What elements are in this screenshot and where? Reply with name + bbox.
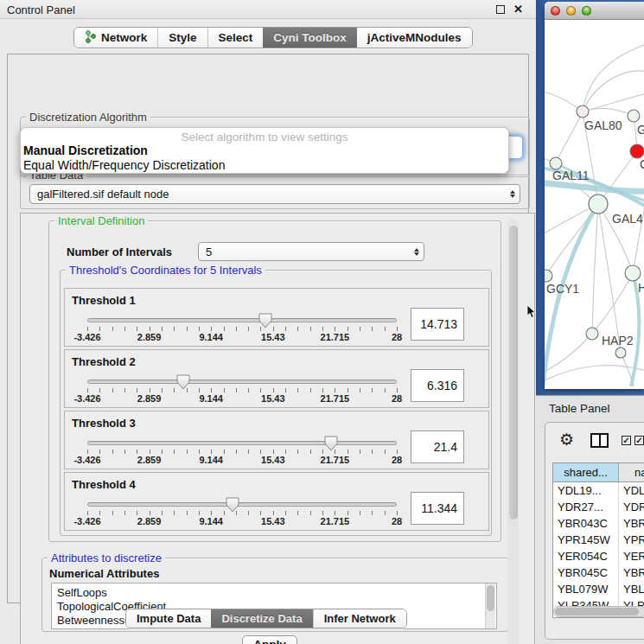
threshold-slider[interactable]: [87, 379, 397, 384]
number-of-intervals-combobox[interactable]: 5: [198, 242, 424, 261]
network-node[interactable]: [577, 105, 589, 118]
table-data-combobox[interactable]: galFiltered.sif default node: [29, 184, 520, 204]
threshold-slider[interactable]: [87, 502, 397, 507]
network-node-label: GCY1: [546, 282, 579, 296]
desktop-background: GAL80GACGAL11GAL4GCY1HHAP2 Table Panel ⚙…: [536, 0, 644, 644]
network-node[interactable]: [630, 144, 644, 158]
cyni-bottom-tabbar: Impute Data Discretize Data Infer Networ…: [125, 609, 407, 628]
network-node[interactable]: [615, 348, 626, 358]
network-edge[interactable]: [556, 112, 583, 163]
network-window-titlebar: [545, 2, 644, 20]
slider-tick-label: 28: [392, 516, 402, 526]
thresholds-group: Threshold's Coordinates for 5 Intervals …: [60, 270, 492, 536]
network-node[interactable]: [628, 110, 640, 122]
network-node-label: GAL11: [552, 169, 590, 182]
tab-discretize-data[interactable]: Discretize Data: [211, 609, 312, 628]
slider-tick-label: 9.144: [199, 455, 223, 465]
network-node-label: H: [638, 281, 644, 295]
zoom-traffic-light-icon[interactable]: [582, 6, 591, 16]
control-panel-titlebar: Control Panel ✕: [0, 0, 536, 19]
table-horizontal-scrollbar[interactable]: [553, 606, 644, 617]
threshold-panel-1: Threshold 1-3.4262.8599.14415.4321.71528…: [64, 288, 489, 347]
float-window-icon[interactable]: [496, 5, 505, 14]
attribute-list-item[interactable]: SelfLoops: [57, 586, 496, 600]
threshold-label: Threshold 1: [72, 294, 136, 307]
column-header-shared-name[interactable]: shared...: [553, 463, 619, 481]
close-icon[interactable]: ✕: [513, 3, 523, 16]
network-view-window: GAL80GACGAL11GAL4GCY1HHAP2: [545, 2, 644, 389]
node-attribute-table[interactable]: shared... name YDL19...YDL19...YDR27...Y…: [552, 462, 644, 618]
slider-tick-label: 9.144: [199, 516, 223, 526]
network-edge[interactable]: [545, 334, 592, 374]
slider-tick-label: 9.144: [199, 393, 223, 404]
algorithm-option-manual[interactable]: Manual Discretization: [21, 143, 508, 157]
select-columns-icon[interactable]: ✓: [622, 436, 631, 445]
network-graph: GAL80GACGAL11GAL4GCY1HHAP2: [545, 20, 644, 386]
threshold-value-field[interactable]: 14.713: [411, 308, 464, 341]
slider-tick-label: 21.715: [321, 455, 350, 465]
network-edge[interactable]: [598, 204, 621, 353]
threshold-slider[interactable]: [87, 441, 397, 445]
threshold-value-field[interactable]: 6.316: [411, 369, 464, 402]
slider-tick-label: 9.144: [199, 332, 223, 342]
table-data-group: Table Data galFiltered.sif default node: [20, 175, 530, 209]
gear-icon[interactable]: ⚙: [559, 431, 574, 448]
network-canvas[interactable]: GAL80GACGAL11GAL4GCY1HHAP2: [545, 20, 644, 386]
table-row[interactable]: YBR043CYBR043C: [553, 515, 644, 532]
threshold-value-field[interactable]: 11.344: [411, 492, 464, 525]
algorithm-dropdown-popup: Select algorithm to view settings Manual…: [20, 127, 509, 174]
control-panel-tabbar: Network Style Select Cyni Toolbox jActiv…: [73, 27, 473, 48]
threshold-slider[interactable]: [87, 318, 397, 322]
tab-cyni-toolbox[interactable]: Cyni Toolbox: [263, 28, 357, 48]
table-row[interactable]: YPR145WYPR145W: [553, 532, 644, 548]
cyni-toolbox-content: Discretization Algorithm Select algorith…: [7, 54, 529, 603]
slider-tick-label: 2.859: [137, 516, 162, 526]
tab-infer-network[interactable]: Infer Network: [313, 609, 406, 628]
network-edge[interactable]: [583, 108, 634, 116]
combobox-arrows-icon: [510, 185, 515, 203]
number-of-intervals-label: Number of Intervals: [67, 245, 172, 258]
threshold-label: Threshold 3: [72, 417, 136, 430]
network-edge[interactable]: [545, 366, 644, 383]
network-edge[interactable]: [583, 71, 644, 112]
table-row[interactable]: YDR27...YDR27...: [553, 499, 644, 515]
slider-tick-label: -3.426: [73, 516, 100, 526]
tab-style[interactable]: Style: [157, 28, 207, 48]
tab-select[interactable]: Select: [207, 28, 264, 48]
tab-jactivemnodules[interactable]: jActiveMNodules: [357, 28, 472, 48]
network-node[interactable]: [589, 194, 608, 214]
slider-tick-label: 15.43: [261, 332, 285, 342]
threshold-panel-3: Threshold 3-3.4262.8599.14415.4321.71528…: [64, 411, 489, 469]
select-all-columns-icon[interactable]: ✓: [634, 436, 644, 445]
algorithm-option-equal-width[interactable]: Equal Width/Frequency Discretization: [21, 157, 508, 172]
network-node[interactable]: [625, 265, 641, 281]
network-node[interactable]: [550, 157, 562, 169]
attributes-list-scrollbar[interactable]: [485, 583, 495, 628]
attributes-group-title: Attributes to discretize: [48, 552, 165, 564]
combobox-arrows-icon: [414, 243, 419, 260]
table-row[interactable]: YER054CYER054C: [553, 548, 644, 564]
slider-tick-label: 21.715: [321, 516, 350, 526]
network-node[interactable]: [545, 270, 552, 282]
table-row[interactable]: YBR045CYBR045C: [553, 564, 644, 581]
tab-impute-data[interactable]: Impute Data: [126, 609, 211, 628]
network-edge[interactable]: [592, 273, 633, 334]
apply-button[interactable]: Apply: [242, 635, 297, 644]
threshold-panel-2: Threshold 2-3.4262.8599.14415.4321.71528…: [64, 349, 489, 408]
algorithm-placeholder: Select algorithm to view settings: [21, 128, 508, 143]
threshold-value-field[interactable]: 21.4: [411, 430, 464, 463]
network-tree-icon: [85, 30, 96, 46]
slider-tick-label: 2.859: [137, 332, 162, 342]
table-row[interactable]: YDL19...YDL19...: [553, 482, 644, 499]
panel-vertical-scrollbar[interactable]: [507, 219, 519, 644]
column-header-name[interactable]: name: [619, 463, 644, 481]
split-panel-icon[interactable]: [590, 433, 609, 448]
minimize-traffic-light-icon[interactable]: [566, 6, 576, 16]
network-edge[interactable]: [592, 204, 598, 334]
table-row[interactable]: YBL079WYBL079W: [553, 581, 644, 597]
tab-network[interactable]: Network: [74, 28, 157, 48]
threshold-label: Threshold 4: [72, 478, 136, 491]
slider-tick-label: -3.426: [73, 393, 100, 404]
close-traffic-light-icon[interactable]: [551, 6, 560, 16]
network-node[interactable]: [586, 328, 598, 340]
